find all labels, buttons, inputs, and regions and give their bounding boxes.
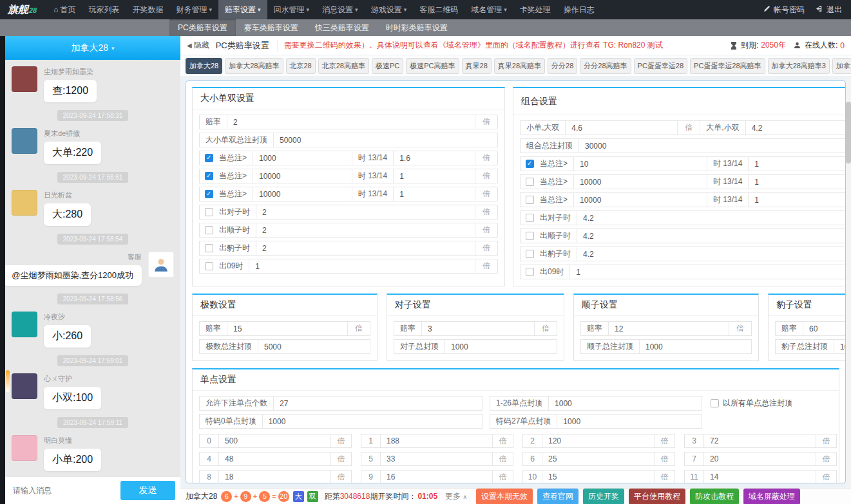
field-value-input[interactable]: [394, 190, 475, 199]
game-tab-11[interactable]: PC蛋蛋幸运28高赔率: [690, 58, 765, 74]
game-tab-4[interactable]: 极速PC: [372, 58, 403, 74]
checkbox[interactable]: [526, 160, 534, 168]
field-value-input[interactable]: [803, 324, 846, 333]
odds-value-input[interactable]: [381, 472, 492, 481]
odds-value-input[interactable]: [219, 436, 330, 445]
nav-item-4[interactable]: 赔率设置▾: [218, 0, 267, 19]
field-value-input[interactable]: [574, 160, 707, 169]
game-tab-13[interactable]: 加拿大28高赔率4: [832, 58, 851, 74]
status-action-button-3[interactable]: 平台使用教程: [629, 489, 685, 504]
chat-input[interactable]: [10, 486, 115, 495]
field-value-input[interactable]: [253, 190, 352, 199]
field-value-input[interactable]: [258, 342, 370, 351]
checkbox[interactable]: [205, 262, 213, 270]
status-action-button-0[interactable]: 设置本期无效: [476, 489, 533, 504]
odds-value-input[interactable]: [704, 454, 816, 463]
field-value-input[interactable]: [263, 417, 482, 426]
checkbox[interactable]: [711, 399, 719, 407]
field-value-input[interactable]: [422, 324, 534, 333]
field-value-input[interactable]: [834, 342, 846, 351]
game-tab-1[interactable]: 加拿大28高赔率: [225, 58, 283, 74]
checkbox[interactable]: [205, 172, 213, 180]
checkbox[interactable]: [526, 250, 534, 258]
field-value-input[interactable]: [256, 244, 475, 253]
field-value-input[interactable]: [579, 142, 846, 151]
odds-value-input[interactable]: [542, 454, 654, 463]
status-action-button-5[interactable]: 域名屏蔽处理: [743, 489, 800, 504]
field-value-input[interactable]: [253, 154, 352, 163]
game-tab-0[interactable]: 加拿大28: [186, 58, 222, 74]
checkbox[interactable]: [205, 208, 213, 216]
logout-button[interactable]: 退出: [815, 0, 843, 19]
checkbox[interactable]: [205, 154, 213, 162]
nav-item-9[interactable]: 域名管理▾: [464, 0, 513, 19]
field-value-input[interactable]: [574, 196, 707, 205]
submenu-item-1[interactable]: 赛车类赔率设置: [236, 19, 307, 36]
status-action-button-2[interactable]: 历史开奖: [583, 489, 624, 504]
page-tab-pc-odds[interactable]: PC类赔率设置: [216, 40, 278, 51]
odds-value-input[interactable]: [542, 472, 654, 481]
submenu-item-0[interactable]: PC类赔率设置: [169, 19, 236, 36]
game-tab-3[interactable]: 北京28高赔率: [318, 58, 369, 74]
field-value-input[interactable]: [570, 268, 846, 277]
chat-message-list[interactable]: 草莫小单:2202023-09-24 17:58:21尘烟梦雨如墨染查:1200…: [5, 60, 180, 477]
field-value-input[interactable]: [749, 160, 846, 169]
field-value-input[interactable]: [577, 232, 846, 241]
checkbox[interactable]: [526, 178, 534, 186]
field-value-input[interactable]: [256, 226, 475, 235]
send-button[interactable]: 发送: [120, 481, 175, 500]
submenu-item-2[interactable]: 快三类赔率设置: [307, 19, 378, 36]
field-value-input[interactable]: [227, 324, 347, 333]
chat-room-selector[interactable]: 加拿大28 ▾: [5, 36, 180, 60]
field-value-input[interactable]: [274, 399, 482, 408]
sidebar-scrollbar-thumb[interactable]: [6, 370, 10, 392]
game-tab-5[interactable]: 极速PC高赔率: [406, 58, 459, 74]
field-value-input[interactable]: [749, 178, 846, 187]
more-toggle[interactable]: 更多 ∧: [445, 491, 467, 502]
checkbox[interactable]: [526, 232, 534, 240]
checkbox[interactable]: [205, 226, 213, 234]
submenu-item-3[interactable]: 时时彩类赔率设置: [378, 19, 456, 36]
field-value-input[interactable]: [746, 124, 846, 133]
nav-item-11[interactable]: 操作日志: [557, 0, 601, 19]
field-value-input[interactable]: [566, 124, 677, 133]
content-scrollbar[interactable]: [846, 77, 851, 488]
game-tab-12[interactable]: 加拿大28高赔率3: [768, 58, 830, 74]
nav-item-2[interactable]: 开奖数据: [126, 0, 170, 19]
field-value-input[interactable]: [749, 196, 846, 205]
content-scrollbar-thumb[interactable]: [846, 102, 851, 163]
game-tab-2[interactable]: 北京28: [286, 58, 316, 74]
game-tab-6[interactable]: 真果28: [462, 58, 492, 74]
account-password-button[interactable]: 帐号密码: [762, 0, 806, 19]
field-value-input[interactable]: [557, 417, 702, 426]
checkbox[interactable]: [526, 214, 534, 222]
nav-item-0[interactable]: ⌂首页: [47, 0, 82, 19]
field-value-input[interactable]: [445, 342, 557, 351]
field-value-input[interactable]: [256, 208, 475, 217]
odds-value-input[interactable]: [542, 436, 654, 445]
field-value-input[interactable]: [609, 324, 729, 333]
field-value-input[interactable]: [577, 214, 846, 223]
field-value-input[interactable]: [394, 154, 475, 163]
field-value-input[interactable]: [227, 118, 475, 127]
odds-value-input[interactable]: [704, 436, 816, 445]
odds-value-input[interactable]: [381, 436, 492, 445]
checkbox[interactable]: [205, 244, 213, 252]
field-value-input[interactable]: [274, 136, 497, 145]
odds-value-input[interactable]: [381, 454, 492, 463]
checkbox[interactable]: [526, 196, 534, 204]
field-value-input[interactable]: [577, 250, 846, 259]
field-value-input[interactable]: [253, 172, 352, 181]
checkbox[interactable]: [205, 190, 213, 198]
field-value-input[interactable]: [394, 172, 475, 181]
nav-item-10[interactable]: 卡奖处理: [513, 0, 557, 19]
status-action-button-4[interactable]: 防攻击教程: [690, 489, 739, 504]
game-tab-8[interactable]: 分分28: [548, 58, 577, 74]
field-value-input[interactable]: [574, 178, 707, 187]
game-tab-10[interactable]: PC蛋蛋幸运28: [634, 58, 688, 74]
checkbox[interactable]: [526, 268, 534, 276]
nav-item-8[interactable]: 客服二维码: [413, 0, 464, 19]
nav-item-3[interactable]: 财务管理▾: [170, 0, 219, 19]
nav-item-5[interactable]: 回水管理▾: [267, 0, 316, 19]
odds-value-input[interactable]: [704, 472, 816, 481]
